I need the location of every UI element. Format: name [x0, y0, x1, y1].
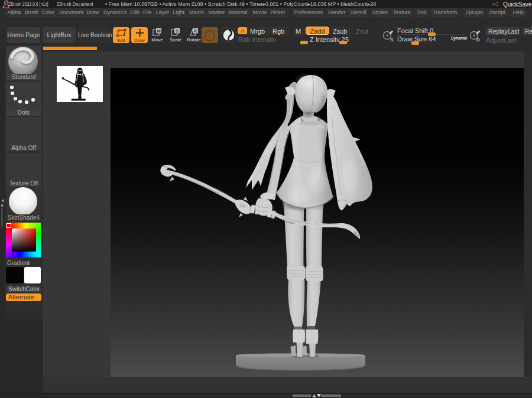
svg-text:R: R: [194, 28, 197, 34]
svg-text:D: D: [476, 37, 480, 43]
svg-text:S: S: [390, 37, 394, 43]
svg-text:M: M: [157, 28, 160, 34]
svg-text:S: S: [176, 28, 179, 34]
